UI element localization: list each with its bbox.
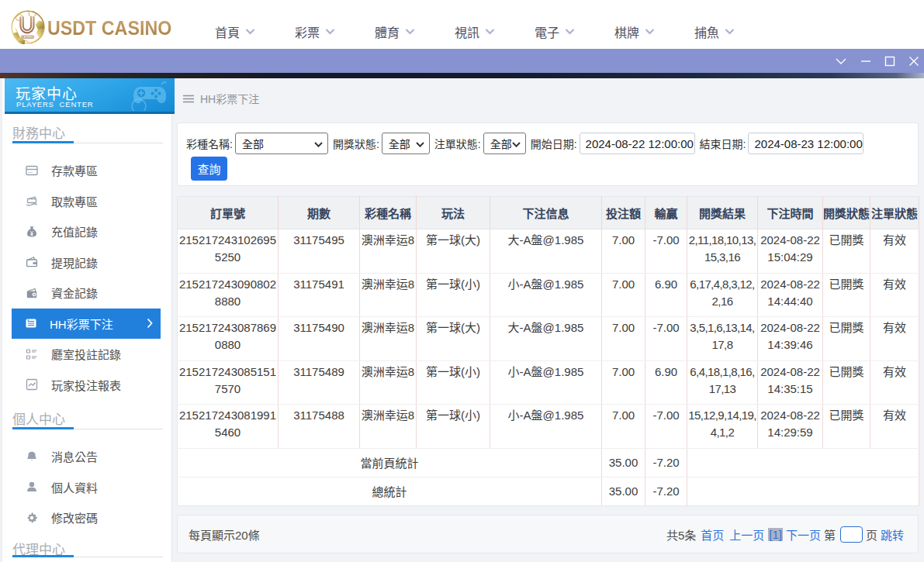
svg-text:CASINO: CASINO	[22, 36, 33, 39]
